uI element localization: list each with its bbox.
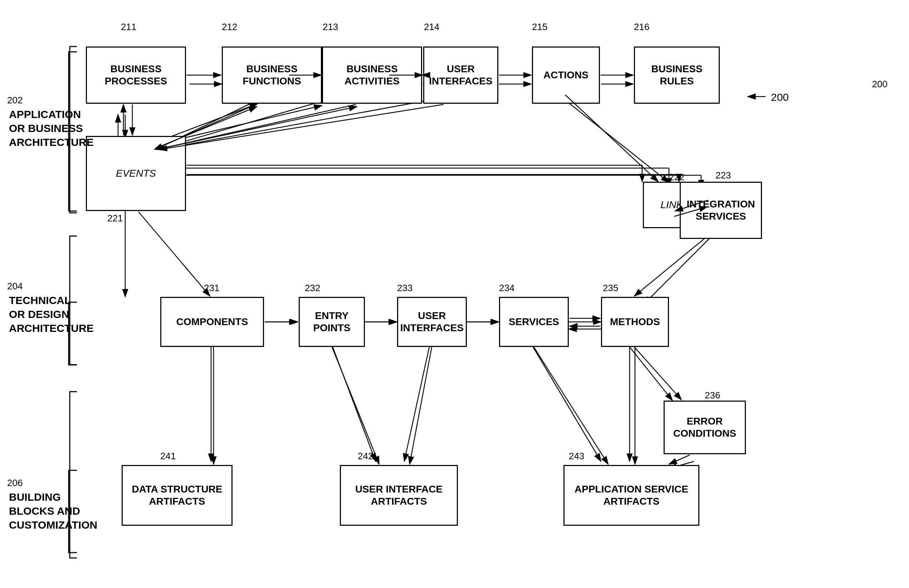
entry-points-box: ENTRYPOINTS bbox=[299, 297, 365, 347]
svg-line-27 bbox=[644, 229, 719, 304]
business-functions-box: BUSINESSFUNCTIONS bbox=[222, 47, 322, 104]
ref-211: 211 bbox=[121, 21, 136, 32]
ref-204: 204 bbox=[7, 281, 23, 292]
tech-arch-label: TECHNICALOR DESIGNARCHITECTURE bbox=[9, 293, 94, 335]
actions-box: ACTIONS bbox=[532, 47, 600, 104]
ref-202: 202 bbox=[7, 95, 23, 106]
user-interface-artifacts-box: USER INTERFACEARTIFACTS bbox=[340, 465, 458, 526]
ref-234: 234 bbox=[499, 283, 514, 294]
ref-206: 206 bbox=[7, 478, 23, 489]
ref-232: 232 bbox=[305, 283, 320, 294]
ref-200: 200 bbox=[872, 79, 888, 90]
ref-243: 243 bbox=[569, 451, 584, 462]
business-rules-box: BUSINESS RULES bbox=[634, 47, 720, 104]
components-box: COMPONENTS bbox=[160, 297, 264, 347]
svg-line-11 bbox=[155, 100, 429, 150]
ref-212: 212 bbox=[222, 21, 237, 32]
user-interfaces-mid-box: USERINTERFACES bbox=[397, 297, 467, 347]
ref-215: 215 bbox=[532, 21, 547, 32]
ref-242: 242 bbox=[358, 451, 373, 462]
svg-line-30 bbox=[333, 347, 376, 461]
ref-213: 213 bbox=[323, 21, 338, 32]
svg-line-31 bbox=[404, 347, 429, 461]
services-box: SERVICES bbox=[499, 297, 569, 347]
ref-214: 214 bbox=[424, 21, 439, 32]
methods-box: METHODS bbox=[601, 297, 669, 347]
integration-services-box: INTEGRATIONSERVICES bbox=[680, 182, 762, 239]
ref-216: 216 bbox=[634, 21, 649, 32]
app-arch-label: APPLICATIONOR BUSINESSARCHITECTURE bbox=[9, 107, 94, 149]
ref-233: 233 bbox=[397, 283, 412, 294]
svg-line-32 bbox=[533, 347, 601, 461]
events-box: EVENTS bbox=[86, 136, 186, 211]
ref-222: 222 bbox=[669, 172, 685, 183]
user-interfaces-top-box: USERINTERFACES bbox=[423, 47, 498, 104]
business-activities-box: BUSINESSACTIVITIES bbox=[322, 47, 422, 104]
building-blocks-label: BUILDINGBLOCKS ANDCUSTOMIZATION bbox=[9, 490, 97, 532]
ref-231: 231 bbox=[204, 283, 219, 294]
error-conditions-box: ERRORCONDITIONS bbox=[664, 401, 746, 454]
ref-200-label: 200 bbox=[771, 91, 789, 103]
application-service-artifacts-box: APPLICATION SERVICEARTIFACTS bbox=[563, 465, 699, 526]
ref-236: 236 bbox=[705, 390, 720, 401]
diagram: 200 211 212 213 214 215 216 BUSINESS PRO… bbox=[0, 0, 909, 588]
ref-223: 223 bbox=[715, 170, 731, 181]
ref-221: 221 bbox=[107, 213, 123, 224]
ref-241: 241 bbox=[160, 451, 176, 462]
svg-line-28 bbox=[630, 347, 673, 401]
data-structure-artifacts-box: DATA STRUCTUREARTIFACTS bbox=[122, 465, 232, 526]
svg-line-19 bbox=[565, 100, 669, 183]
business-processes-box: BUSINESS PROCESSES bbox=[86, 47, 186, 104]
ref-235: 235 bbox=[603, 283, 618, 294]
